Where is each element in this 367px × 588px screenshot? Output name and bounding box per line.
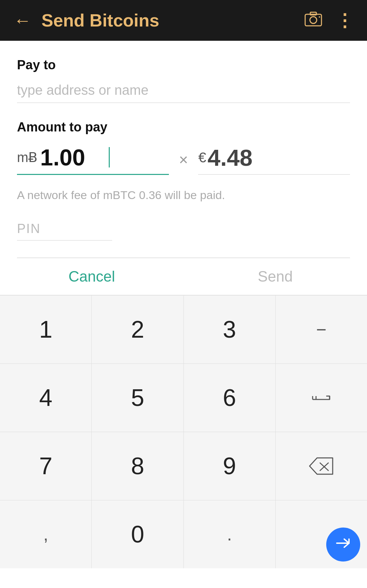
back-button[interactable]: ← bbox=[14, 10, 31, 31]
btc-prefix: mɃ bbox=[17, 149, 37, 165]
page-title: Send Bitcoins bbox=[41, 10, 304, 31]
btc-value: 1.00 bbox=[40, 144, 108, 171]
send-button[interactable]: Send bbox=[184, 261, 367, 292]
key-dot[interactable]: . bbox=[184, 500, 276, 568]
key-space[interactable] bbox=[276, 364, 367, 432]
more-options-icon[interactable]: ⋮ bbox=[336, 10, 353, 31]
key-minus[interactable]: − bbox=[276, 296, 367, 363]
keypad-row-1: 1 2 3 − bbox=[0, 296, 367, 364]
keypad-row-4: , 0 . bbox=[0, 500, 367, 568]
svg-point-3 bbox=[319, 16, 320, 18]
key-5[interactable]: 5 bbox=[92, 364, 184, 432]
key-backspace[interactable] bbox=[276, 432, 367, 500]
camera-icon[interactable] bbox=[304, 11, 322, 30]
cancel-button[interactable]: Cancel bbox=[0, 261, 184, 292]
form-area: Pay to Amount to pay mɃ 1.00 × € 4.48 A … bbox=[0, 41, 367, 258]
keypad-row-2: 4 5 6 bbox=[0, 364, 367, 432]
amount-label: Amount to pay bbox=[17, 120, 350, 135]
key-enter-container bbox=[276, 500, 367, 568]
keypad-row-3: 7 8 9 bbox=[0, 432, 367, 500]
text-cursor bbox=[109, 147, 110, 167]
numeric-keypad: 1 2 3 − 4 5 6 7 8 9 , 0 bbox=[0, 296, 367, 568]
action-buttons: Cancel Send bbox=[0, 258, 367, 296]
key-4[interactable]: 4 bbox=[0, 364, 92, 432]
key-3[interactable]: 3 bbox=[184, 296, 276, 363]
eur-value: 4.48 bbox=[208, 144, 252, 171]
multiply-symbol: × bbox=[179, 150, 188, 169]
amount-section: Amount to pay mɃ 1.00 × € 4.48 bbox=[17, 120, 350, 175]
key-1[interactable]: 1 bbox=[0, 296, 92, 363]
pay-to-input[interactable] bbox=[17, 79, 350, 103]
pin-input[interactable] bbox=[17, 219, 112, 240]
key-9[interactable]: 9 bbox=[184, 432, 276, 500]
key-enter-button[interactable] bbox=[326, 528, 360, 562]
svg-rect-2 bbox=[310, 12, 316, 15]
app-header: ← Send Bitcoins ⋮ bbox=[0, 0, 367, 41]
key-6[interactable]: 6 bbox=[184, 364, 276, 432]
pay-to-label: Pay to bbox=[17, 58, 350, 72]
key-comma[interactable]: , bbox=[0, 500, 92, 568]
network-fee-text: A network fee of mBTC 0.36 will be paid. bbox=[17, 189, 350, 202]
svg-rect-0 bbox=[305, 14, 321, 26]
header-actions: ⋮ bbox=[304, 10, 353, 31]
eur-prefix: € bbox=[198, 149, 206, 166]
amount-eur-field[interactable]: € 4.48 bbox=[198, 144, 350, 175]
key-7[interactable]: 7 bbox=[0, 432, 92, 500]
key-8[interactable]: 8 bbox=[92, 432, 184, 500]
key-2[interactable]: 2 bbox=[92, 296, 184, 363]
amount-row: mɃ 1.00 × € 4.48 bbox=[17, 144, 350, 175]
key-0[interactable]: 0 bbox=[92, 500, 184, 568]
enter-arrow-icon bbox=[335, 536, 352, 553]
svg-point-1 bbox=[310, 17, 317, 23]
amount-btc-field[interactable]: mɃ 1.00 bbox=[17, 144, 169, 175]
